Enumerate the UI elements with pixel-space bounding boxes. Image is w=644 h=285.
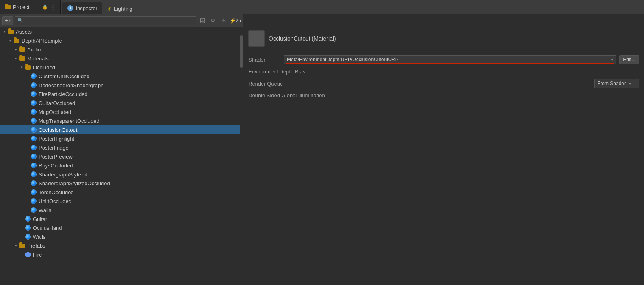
shader-label: Shader <box>248 57 281 63</box>
tree-item-depthapi[interactable]: ▾DepthAPISample <box>0 36 240 45</box>
tree-label-shadergraphstylizedocc: ShadergraphStylizedOccluded <box>39 180 110 186</box>
shader-dropdown[interactable]: Meta/EnvironmentDepth/URP/OcclusionCutou… <box>284 55 616 64</box>
material-icon-customunlit <box>31 73 37 79</box>
filter-icon: ⚠ <box>221 17 226 24</box>
tree-item-fireparticle[interactable]: FireParticleOccluded <box>0 90 240 99</box>
folder-icon-prefabs <box>19 244 25 248</box>
tree-item-shadergraphstylizedocc[interactable]: ShadergraphStylizedOccluded <box>0 179 240 188</box>
folder-icon-assets <box>8 30 14 34</box>
render-queue-dropdown[interactable]: From Shader ▾ <box>594 79 639 88</box>
count-display: ⚡25 <box>230 18 241 24</box>
material-title: OcclusionCutout (Material) <box>269 35 336 42</box>
tree-label-mugocc: MugOccluded <box>39 109 71 115</box>
material-icon-occlusioncutout <box>31 127 37 133</box>
tree-label-materials: Materials <box>27 56 49 62</box>
image-icon-btn[interactable]: 🖼 <box>198 16 207 25</box>
lock-icon[interactable]: 🔒 <box>42 4 48 10</box>
chevron-assets[interactable]: ▾ <box>2 29 7 34</box>
folder-icon-depthapi <box>14 39 19 43</box>
chevron-audio[interactable]: ▸ <box>13 47 19 52</box>
tree-item-unlitocc[interactable]: UnlitOccluded <box>0 197 240 206</box>
menu-icon[interactable]: ⋮ <box>50 4 56 10</box>
search-icon: 🔍 <box>17 18 23 23</box>
material-icon-mugtrans <box>31 118 37 124</box>
tree-item-posterimage[interactable]: PosterImage <box>0 143 240 152</box>
chevron-occluded[interactable]: ▾ <box>19 64 24 70</box>
tree-item-shadergraphstylized[interactable]: ShadergraphStylized <box>0 170 240 179</box>
tree-label-audio: Audio <box>27 47 41 53</box>
material-icon-unlitocc <box>31 198 37 204</box>
tree-item-guitar[interactable]: Guitar <box>0 214 240 223</box>
folder-icon-occluded <box>25 65 31 70</box>
tree-label-guitar: Guitar <box>33 216 47 222</box>
tree-item-assets[interactable]: ▾Assets <box>0 27 240 36</box>
chevron-materials[interactable]: ▾ <box>13 56 19 61</box>
shader-value: Meta/EnvironmentDepth/URP/OcclusionCutou… <box>287 57 398 62</box>
tree-label-torchocc: TorchOccluded <box>39 189 74 195</box>
tree-item-walls2[interactable]: Walls <box>0 232 240 241</box>
edit-button-label: Edit... <box>623 57 635 62</box>
inspector-tab-label: Inspector <box>75 5 97 11</box>
material-icon-guitar <box>25 216 31 222</box>
material-icon-posterhighlight <box>31 136 37 141</box>
tree-item-audio[interactable]: ▸Audio <box>0 45 240 54</box>
tree-item-posterpreview[interactable]: PosterPreview <box>0 152 240 161</box>
tree-item-walls[interactable]: Walls <box>0 206 240 214</box>
scrollbar-track[interactable] <box>240 27 243 285</box>
tree-item-guitarocc[interactable]: GuitarOccluded <box>0 99 240 107</box>
chevron-depthapi[interactable]: ▾ <box>7 38 13 43</box>
tree-label-unlitocc: UnlitOccluded <box>39 198 71 204</box>
project-tab[interactable]: Project 🔒 ⋮ <box>0 0 61 14</box>
folder-icon-audio <box>19 47 25 52</box>
tree-label-raysocc: RaysOccluded <box>39 163 73 169</box>
scrollbar-thumb[interactable] <box>240 35 243 68</box>
tree-label-depthapi: DepthAPISample <box>22 38 62 44</box>
tree-item-mugtrans[interactable]: MugTransparentOccluded <box>0 116 240 125</box>
tree-item-posterhighlight[interactable]: PosterHighlight <box>0 134 240 143</box>
inspector-tab-bar: i Inspector ☀ Lighting <box>61 0 644 14</box>
search-input[interactable] <box>25 18 194 24</box>
tree-label-occluded: Occluded <box>33 64 55 71</box>
image-icon: 🖼 <box>200 17 205 24</box>
tree-item-fire[interactable]: Fire <box>0 250 240 259</box>
tree-label-walls2: Walls <box>33 234 45 240</box>
tree-label-prefabs: Prefabs <box>27 243 45 249</box>
tree-item-mugocc[interactable]: MugOccluded <box>0 107 240 116</box>
material-icon-raysocc <box>31 163 37 168</box>
material-preview-thumb <box>248 30 265 47</box>
material-icon-mugocc <box>31 109 37 115</box>
material-icon-walls2 <box>25 234 31 240</box>
chevron-prefabs[interactable]: ▾ <box>13 243 19 249</box>
lighting-tab[interactable]: ☀ Lighting <box>102 4 138 14</box>
env-depth-row: Environment Depth Bias <box>248 66 639 77</box>
tree-label-guitarocc: GuitarOccluded <box>39 100 75 106</box>
filter-icon-btn[interactable]: ⚠ <box>219 16 228 25</box>
inspector-properties: Shader Meta/EnvironmentDepth/URP/Occlusi… <box>243 50 644 105</box>
tree-label-shadergraphstylized: ShadergraphStylized <box>39 171 88 178</box>
material-icon-posterpreview <box>31 154 37 159</box>
render-queue-row: Render Queue From Shader ▾ <box>248 77 639 90</box>
tree-item-dodecahedron[interactable]: DodecahedronShadergraph <box>0 81 240 90</box>
lighting-tab-icon: ☀ <box>107 6 112 12</box>
lighting-tab-label: Lighting <box>114 6 133 12</box>
layers-icon: ⚙ <box>211 17 215 24</box>
tree-item-oculushand[interactable]: OculusHand <box>0 223 240 232</box>
material-icon-shadergraphstylized <box>31 171 37 177</box>
edit-shader-button[interactable]: Edit... <box>619 55 639 64</box>
tree-item-customunlit[interactable]: CustomUnlitOccluded <box>0 72 240 81</box>
tree-item-prefabs[interactable]: ▾Prefabs <box>0 241 240 250</box>
tree-item-torchocc[interactable]: TorchOccluded <box>0 188 240 197</box>
tree-item-occluded[interactable]: ▾Occluded <box>0 63 240 72</box>
layers-icon-btn[interactable]: ⚙ <box>209 16 218 25</box>
material-icon-guitarocc <box>31 100 37 106</box>
tree-label-oculushand: OculusHand <box>33 225 62 231</box>
inspector-tab[interactable]: i Inspector <box>62 2 102 14</box>
tree-item-occlusioncutout[interactable]: OcclusionCutout <box>0 125 240 134</box>
tree-label-walls: Walls <box>39 207 51 213</box>
tree-item-raysocc[interactable]: RaysOccluded <box>0 161 240 170</box>
add-button[interactable]: + ▾ <box>2 16 13 25</box>
tree-label-fire: Fire <box>33 252 42 258</box>
env-depth-label: Environment Depth Bias <box>248 69 305 75</box>
material-icon-shadergraphstylizedocc <box>31 180 37 186</box>
tree-item-materials[interactable]: ▾Materials <box>0 54 240 63</box>
